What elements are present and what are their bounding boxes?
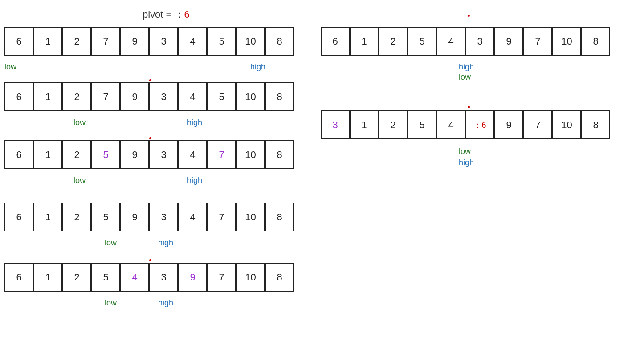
array-row-r1: 6 1 2 5 4 3 9 7 10 8 [321,27,610,56]
cell: 3 [149,263,178,292]
cell: 6 [4,203,33,231]
cell: 3 [465,27,494,56]
array-row-5: 6 1 2 5 4 3 9 7 10 8 [4,263,294,292]
cell: 5 [408,27,436,56]
cell: 5 [91,263,120,292]
cell: 5 [207,27,236,56]
array-row-1: 6 1 2 7 9 3 4 5 10 8 [4,27,294,56]
cell: 5 [91,140,120,169]
cell: 5 [91,203,120,231]
cell: 8 [265,82,294,111]
array-row-4: 6 1 2 5 9 3 4 7 10 8 [4,203,294,231]
cell: 4 [178,140,207,169]
array-row-r2: 3 1 2 5 4 ：6 9 7 10 8 [321,110,610,139]
cell: 4 [436,110,465,139]
cell: 2 [62,263,91,292]
cell: 10 [236,82,265,111]
cell: 8 [265,140,294,169]
dot-r2 [468,106,470,108]
label-high-3: high [187,176,202,185]
cell: 6 [4,263,33,292]
cell: 2 [62,140,91,169]
cell: 7 [91,27,120,56]
cell: 4 [178,203,207,231]
cell: 7 [207,203,236,231]
cell: 9 [178,263,207,292]
cell: 6 [4,27,33,56]
cell: 7 [91,82,120,111]
cell: 9 [494,110,523,139]
label-high-1: high [250,62,265,72]
dot-3 [149,137,151,139]
cell: 1 [33,27,62,56]
cell: 7 [207,140,236,169]
cell: 6 [4,140,33,169]
cell: 1 [350,110,379,139]
pivot-label: pivot = ：6 [143,8,190,21]
array-row-3: 6 1 2 5 9 3 4 7 10 8 [4,140,294,169]
cell: 3 [149,82,178,111]
cell: 8 [265,263,294,292]
cell: 9 [120,82,149,111]
cell: 1 [350,27,379,56]
dot-2 [149,79,151,81]
cell: 9 [120,203,149,231]
cell: 6 [321,27,350,56]
dot-r1 [468,15,470,17]
array-row-2: 6 1 2 7 9 3 4 5 10 8 [4,82,294,111]
cell: 8 [581,27,610,56]
cell: 3 [149,203,178,231]
label-low-2: low [73,118,86,127]
cell: 10 [236,203,265,231]
cell: 7 [523,27,552,56]
cell: 4 [178,82,207,111]
label-low-1: low [4,62,16,72]
cell: ：6 [465,110,494,139]
cell: 9 [120,140,149,169]
cell: 9 [120,27,149,56]
label-low-3: low [73,176,86,185]
cell: 8 [265,203,294,231]
cell: 1 [33,263,62,292]
label-high-r1: high [459,62,474,72]
cell: 1 [33,203,62,231]
cell: 1 [33,140,62,169]
label-high-2: high [187,118,202,127]
cell: 9 [494,27,523,56]
cell: 3 [321,110,350,139]
cell: 10 [236,263,265,292]
dot-5 [149,259,151,261]
label-low-r1: low [459,73,471,82]
cell: 4 [436,27,465,56]
cell: 6 [4,82,33,111]
label-high-5: high [158,298,173,308]
cell: 7 [523,110,552,139]
cell: 2 [379,110,408,139]
cell: 8 [265,27,294,56]
cell: 3 [149,140,178,169]
cell: 3 [149,27,178,56]
cell: 4 [178,27,207,56]
cell: 2 [62,82,91,111]
cell: 4 [120,263,149,292]
label-low-r2: low [459,147,471,156]
cell: 2 [62,27,91,56]
cell: 5 [207,82,236,111]
cell: 7 [207,263,236,292]
cell: 10 [236,140,265,169]
label-low-5: low [105,298,117,308]
cell: 5 [408,110,436,139]
cell: 10 [236,27,265,56]
cell: 2 [379,27,408,56]
label-high-4: high [158,238,173,248]
cell: 8 [581,110,610,139]
cell: 1 [33,82,62,111]
cell: 10 [552,110,581,139]
cell: 2 [62,203,91,231]
label-high-r2: high [459,158,474,167]
pivot-value: 6 [184,9,190,20]
label-low-4: low [105,238,117,248]
cell: 10 [552,27,581,56]
